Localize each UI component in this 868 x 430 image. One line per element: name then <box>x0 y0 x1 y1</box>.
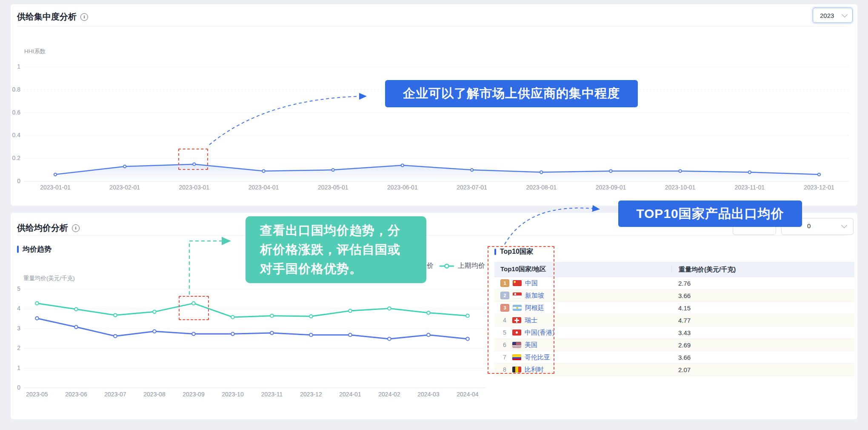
callout-concentration: 企业可以了解市场上供应商的集中程度 <box>385 80 638 107</box>
highlight-box-hhi-point <box>178 149 208 170</box>
price-value: 3.66 <box>671 292 854 299</box>
price-value: 4.15 <box>671 304 854 312</box>
price-value: 2.07 <box>671 366 854 373</box>
price-value: 3.66 <box>671 354 854 361</box>
table-header-price: 重量均价(美元/千克) <box>671 265 854 274</box>
highlight-box-top10 <box>488 246 554 374</box>
price-value: 3.43 <box>671 329 854 336</box>
callout-price-trend: 查看出口国均价趋势，分析价格涨跌，评估自国或对手国价格优势。 <box>246 216 426 283</box>
dashboard-page: 供给集中度分析 i 2023 供给均价分析 i 均价趋势 0 Top10国家 T… <box>0 0 868 430</box>
price-value: 4.77 <box>671 317 854 324</box>
callout-top10: TOP10国家产品出口均价 <box>618 201 802 227</box>
price-value: 2.76 <box>671 280 854 287</box>
highlight-box-price-point <box>179 296 209 320</box>
price-value: 2.69 <box>671 341 854 349</box>
